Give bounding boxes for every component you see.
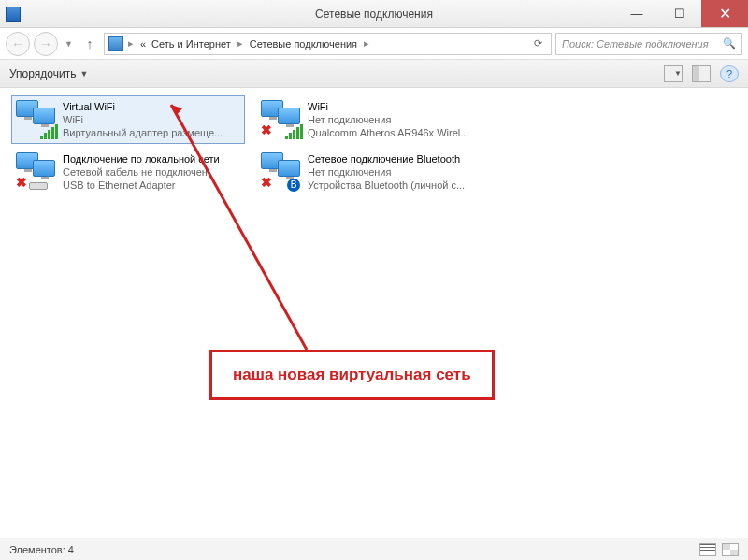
connection-item[interactable]: ✖WiFiНет подключенияQualcomm Atheros AR9… <box>256 95 490 144</box>
connection-icon: ✖ <box>261 100 302 137</box>
annotation-text: наша новая виртуальная сеть <box>233 366 471 383</box>
wifi-signal-icon <box>285 124 303 139</box>
connection-status: WiFi <box>63 113 223 126</box>
address-icon <box>108 36 123 51</box>
connection-name: Подключение по локальной сети <box>63 152 220 165</box>
ethernet-plug-icon <box>29 182 48 190</box>
connection-name: WiFi <box>308 100 468 113</box>
connection-status: Нет подключения <box>308 165 465 179</box>
search-placeholder: Поиск: Сетевые подключения <box>562 38 709 50</box>
organize-button[interactable]: Упорядочить ▼ <box>9 67 88 80</box>
chevron-right-icon: ▸ <box>361 37 372 50</box>
toolbar: Упорядочить ▼ ▼ ? <box>0 60 748 88</box>
refresh-icon[interactable]: ⟳ <box>528 37 547 50</box>
view-options-icon[interactable]: ▼ <box>664 65 683 82</box>
connection-status: Сетевой кабель не подключен <box>63 165 220 179</box>
breadcrumb-seg-1[interactable]: Сеть и Интернет <box>150 38 233 50</box>
navbar: ← → ▼ ↑ ▸ « Сеть и Интернет ▸ Сетевые по… <box>0 28 748 60</box>
chevron-right-icon: ▸ <box>235 37 246 50</box>
details-view-icon[interactable] <box>699 543 716 556</box>
connection-item[interactable]: ✖BСетевое подключение BluetoothНет подкл… <box>256 148 490 196</box>
help-icon[interactable]: ? <box>720 65 739 82</box>
connection-item[interactable]: ✖Подключение по локальной сетиСетевой ка… <box>11 148 245 196</box>
breadcrumb-seg-2[interactable]: Сетевые подключения <box>248 38 359 50</box>
connection-device: Виртуальный адаптер размеще... <box>63 126 223 139</box>
chevron-right-icon: ▸ <box>125 37 137 50</box>
chevron-down-icon: ▼ <box>79 69 88 79</box>
toolbar-right: ▼ ? <box>664 65 739 82</box>
view-switcher <box>699 543 739 556</box>
nav-forward-button[interactable]: → <box>34 32 58 56</box>
connection-device: Устройства Bluetooth (личной с... <box>308 179 465 192</box>
connection-name: Сетевое подключение Bluetooth <box>308 152 465 165</box>
maximize-button[interactable]: ☐ <box>658 0 701 27</box>
disabled-x-icon: ✖ <box>261 177 274 190</box>
connection-icon: ✖B <box>261 152 302 190</box>
connection-icon <box>16 100 57 137</box>
connection-info: Подключение по локальной сетиСетевой каб… <box>63 152 220 192</box>
nav-up-button[interactable]: ↑ <box>79 34 100 54</box>
breadcrumb-prefix: « <box>138 38 148 50</box>
status-bar: Элементов: 4 <box>0 538 748 560</box>
icons-view-icon[interactable] <box>722 543 739 556</box>
connection-name: Virtual WiFi <box>63 100 223 113</box>
address-bar[interactable]: ▸ « Сеть и Интернет ▸ Сетевые подключени… <box>104 33 552 55</box>
window-title: Сетевые подключения <box>315 7 433 21</box>
organize-label: Упорядочить <box>9 67 76 80</box>
search-input[interactable]: Поиск: Сетевые подключения 🔍 <box>555 33 742 55</box>
nav-back-button[interactable]: ← <box>6 32 30 56</box>
content-area: Virtual WiFiWiFiВиртуальный адаптер разм… <box>0 88 748 537</box>
wifi-signal-icon <box>40 124 58 139</box>
close-button[interactable]: ✕ <box>701 0 748 27</box>
preview-pane-icon[interactable] <box>692 65 711 82</box>
window-icon <box>6 7 21 22</box>
connection-item[interactable]: Virtual WiFiWiFiВиртуальный адаптер разм… <box>11 95 245 144</box>
connection-status: Нет подключения <box>308 113 468 126</box>
connections-grid: Virtual WiFiWiFiВиртуальный адаптер разм… <box>11 95 737 196</box>
connection-info: WiFiНет подключенияQualcomm Atheros AR94… <box>308 100 468 139</box>
connection-device: USB to Ethernet Adapter <box>63 179 220 192</box>
annotation-callout: наша новая виртуальная сеть <box>209 350 495 400</box>
connection-info: Virtual WiFiWiFiВиртуальный адаптер разм… <box>63 100 223 139</box>
connection-icon: ✖ <box>16 152 57 190</box>
status-count: Элементов: 4 <box>9 544 74 555</box>
bluetooth-icon: B <box>287 179 300 192</box>
minimize-button[interactable]: — <box>615 0 658 27</box>
window-controls: — ☐ ✕ <box>615 0 748 27</box>
search-icon: 🔍 <box>723 37 736 50</box>
disabled-x-icon: ✖ <box>261 124 274 137</box>
connection-info: Сетевое подключение BluetoothНет подключ… <box>308 152 465 192</box>
disabled-x-icon: ✖ <box>16 177 29 190</box>
connection-device: Qualcomm Atheros AR946x Wirel... <box>308 126 468 139</box>
nav-history-dropdown-icon[interactable]: ▼ <box>62 39 76 49</box>
titlebar: Сетевые подключения — ☐ ✕ <box>0 0 748 28</box>
